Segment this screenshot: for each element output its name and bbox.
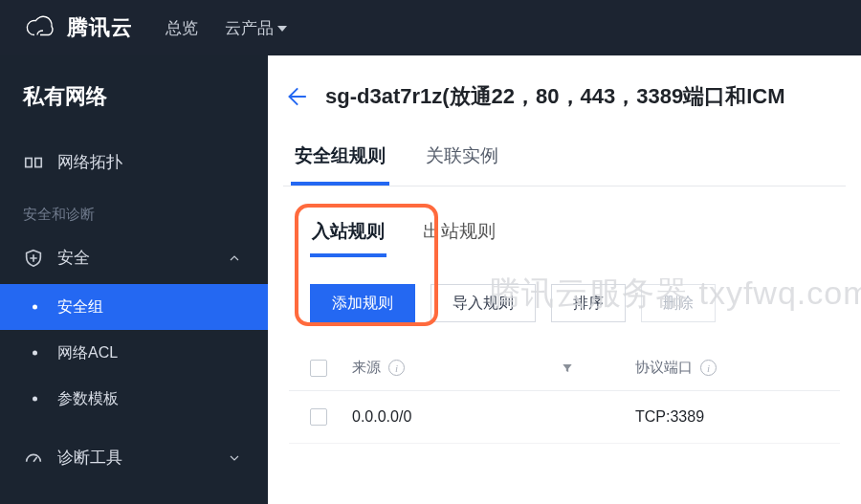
cell-proto: TCP:3389 <box>635 408 704 426</box>
sidebar-title: 私有网络 <box>0 77 268 136</box>
tab-instances[interactable]: 关联实例 <box>422 130 502 186</box>
svg-rect-1 <box>35 158 41 166</box>
sidebar: 私有网络 网络拓扑 安全和诊断 安全 安全组 网络ACL 参数模板 <box>0 55 268 504</box>
topbar: 腾讯云 总览 云产品 <box>0 0 861 55</box>
sidebar-item-diag-tools[interactable]: 诊断工具 <box>0 431 268 484</box>
back-arrow-icon[interactable] <box>283 84 308 109</box>
shield-icon <box>23 248 44 269</box>
top-link-products[interactable]: 云产品 <box>225 17 287 39</box>
main: sg-d3at7r1z(放通22，80，443，3389端口和ICM 安全组规则… <box>268 55 861 504</box>
speedometer-icon <box>23 448 44 469</box>
info-icon[interactable]: i <box>700 360 717 376</box>
cell-source: 0.0.0.0/0 <box>352 408 411 426</box>
sidebar-item-label: 参数模板 <box>57 389 119 409</box>
filter-icon[interactable] <box>561 362 618 375</box>
rules-table: 来源 i 协议端口 i 0.0 <box>289 345 840 444</box>
chevron-down-icon <box>277 26 287 32</box>
sidebar-item-label: 安全组 <box>57 297 103 318</box>
sub-tab-outbound[interactable]: 出站规则 <box>421 215 497 257</box>
main-tabs: 安全组规则 关联实例 <box>283 130 846 186</box>
topology-icon <box>23 152 44 173</box>
sidebar-sub-param-template[interactable]: 参数模板 <box>0 376 268 422</box>
content-region: 腾讯云服务器 txyfwq.com 入站规则 出站规则 添加规则 导入规则 排序… <box>268 186 861 472</box>
sidebar-item-topology[interactable]: 网络拓扑 <box>0 136 268 188</box>
sidebar-item-label: 安全 <box>57 247 90 269</box>
sidebar-section-security: 安全和诊断 <box>0 188 268 231</box>
table-header: 来源 i 协议端口 i <box>289 345 840 391</box>
select-all-checkbox[interactable] <box>310 360 327 377</box>
import-rule-button[interactable]: 导入规则 <box>430 284 536 322</box>
sidebar-item-label: 诊断工具 <box>57 447 122 469</box>
sidebar-sub-security-group[interactable]: 安全组 <box>0 284 268 330</box>
col-proto-label: 协议端口 <box>635 359 693 377</box>
brand-text: 腾讯云 <box>67 13 133 42</box>
sort-button[interactable]: 排序 <box>551 284 626 322</box>
sidebar-sub-network-acl[interactable]: 网络ACL <box>0 330 268 376</box>
add-rule-button[interactable]: 添加规则 <box>310 284 415 322</box>
svg-rect-0 <box>26 158 32 166</box>
sidebar-item-label: 网络ACL <box>57 343 118 363</box>
sub-tab-inbound[interactable]: 入站规则 <box>310 215 386 257</box>
toolbar: 添加规则 导入规则 排序 删除 <box>289 284 840 322</box>
top-link-overview[interactable]: 总览 <box>166 17 198 39</box>
tab-rules[interactable]: 安全组规则 <box>291 130 389 186</box>
table-row[interactable]: 0.0.0.0/0 TCP:3389 <box>289 391 840 444</box>
sidebar-item-label: 网络拓扑 <box>57 151 122 173</box>
delete-button: 删除 <box>641 284 716 322</box>
info-icon[interactable]: i <box>388 360 405 376</box>
brand[interactable]: 腾讯云 <box>23 11 133 45</box>
sub-tabs: 入站规则 出站规则 <box>289 215 840 257</box>
cloud-logo-icon <box>23 11 57 45</box>
chevron-up-icon <box>224 248 245 269</box>
main-header: sg-d3at7r1z(放通22，80，443，3389端口和ICM 安全组规则… <box>268 55 861 186</box>
chevron-down-icon <box>224 448 245 469</box>
sidebar-item-security[interactable]: 安全 <box>0 231 268 284</box>
row-checkbox[interactable] <box>310 408 327 426</box>
col-source-label: 来源 <box>352 359 381 377</box>
page-title: sg-d3at7r1z(放通22，80，443，3389端口和ICM <box>325 82 785 111</box>
